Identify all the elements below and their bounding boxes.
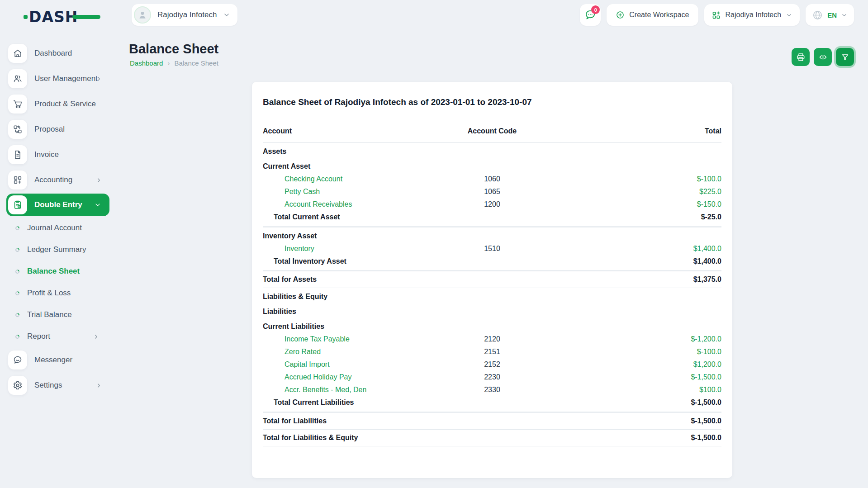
sidebar-item-accounting[interactable]: Accounting [0,167,114,193]
total-cell: $-1,500.0 [554,371,721,384]
account-link[interactable]: Checking Account [285,175,342,183]
section-divider [263,409,721,412]
sidebar-item-label: Invoice [34,150,59,159]
account-link[interactable]: Account Receivables [285,200,352,208]
messages-button[interactable]: 0 [580,4,601,26]
sidebar-subitem-label: Journal Account [27,223,82,232]
total-cell: $-25.0 [554,211,721,223]
sidebar-subitem-journal-account[interactable]: Journal Account [0,217,114,239]
account-code-cell: 1510 [430,242,554,255]
sidebar-subitem-report[interactable]: Report [0,326,114,347]
breadcrumb-dashboard-link[interactable]: Dashboard [130,59,163,67]
total-label-cell: Total Inventory Asset [263,255,430,268]
messenger-icon [8,351,27,370]
table-row: Total for Assets$1,375.0 [263,271,721,288]
account-link[interactable]: Zero Rated [285,348,321,355]
sidebar-item-dashboard[interactable]: Dashboard [0,41,114,66]
account-cell: Checking Account [263,173,430,185]
breadcrumb-separator: › [167,59,170,67]
chevron-down-icon [786,12,792,19]
total-cell [554,158,721,173]
account-code-cell: 2120 [430,333,554,346]
accounting-icon [8,171,27,190]
chevron-right-icon [93,333,100,340]
create-workspace-label: Create Workspace [629,11,689,19]
section-label-cell: Liabilities & Equity [263,288,430,303]
account-link[interactable]: Inventory [285,245,314,252]
table-row: Zero Rated2151$-100.0 [263,346,721,358]
table-row: Total Current Liabilities$-1,500.0 [263,396,721,409]
sidebar-subitem-ledger-summary[interactable]: Ledger Summary [0,239,114,261]
sidebar-item-label: Settings [34,381,62,390]
account-cell: Inventory [263,242,430,255]
balance-sheet-card: Balance Sheet of Rajodiya Infotech as of… [252,82,732,478]
account-link[interactable]: Accr. Benefits - Med, Den [285,386,366,393]
section-label-cell: Inventory Asset [263,227,430,242]
filter-funnel-icon [841,53,849,62]
bullet-icon [14,225,20,231]
account-code-cell [430,143,554,158]
filter-button[interactable] [836,48,854,66]
double-entry-icon [8,195,27,214]
messages-count-badge: 0 [591,5,600,14]
sidebar: Dashboard User Management Product & Serv… [0,32,114,488]
sidebar-item-settings[interactable]: Settings [0,373,114,398]
workspace-selector[interactable]: Rajodiya Infotech [132,4,237,26]
sidebar-bottom-menu: Messenger Settings [0,347,114,398]
table-row: Current Liabilities [263,318,721,333]
account-code-cell [430,271,554,288]
table-row: Checking Account1060$-100.0 [263,173,721,185]
report-title: Balance Sheet of Rajodiya Infotech as of… [263,97,721,107]
account-code-cell [430,288,554,303]
print-button[interactable] [792,48,810,66]
company-menu-label: Rajodiya Infotech [726,11,782,19]
sidebar-subitem-balance-sheet[interactable]: Balance Sheet [0,261,114,282]
account-code-cell [430,396,554,409]
sidebar-item-double-entry[interactable]: Double Entry [6,194,109,216]
app-logo[interactable]: DASH [29,8,88,25]
table-row: Petty Cash1065$225.0 [263,185,721,198]
toggle-columns-button[interactable] [814,48,832,66]
total-cell: $-100.0 [554,173,721,185]
language-selector[interactable]: EN [806,4,854,26]
divider-line [263,223,721,227]
table-row: Assets [263,143,721,158]
divider-line [263,409,721,412]
account-link[interactable]: Income Tax Payable [285,335,350,343]
table-row: Liabilities [263,303,721,318]
column-header-total: Total [554,125,721,143]
plus-circle-icon [616,10,625,19]
table-row: Accr. Benefits - Med, Den2330$100.0 [263,384,721,396]
sidebar-item-proposal[interactable]: Proposal [0,117,114,142]
create-workspace-button[interactable]: Create Workspace [607,4,698,26]
code-split-icon [818,52,828,62]
total-cell: $-1,500.0 [554,396,721,409]
section-label-cell: Current Asset [263,158,430,173]
account-code-cell: 1200 [430,198,554,211]
sidebar-subitem-label: Profit & Loss [27,289,71,298]
table-row: Capital Import2152$1,200.0 [263,358,721,371]
column-header-account: Account [263,125,430,143]
sidebar-double-entry-submenu: Journal Account Ledger Summary Balance S… [0,217,114,347]
total-cell: $100.0 [554,384,721,396]
sidebar-item-product-service[interactable]: Product & Service [0,91,114,117]
sidebar-subitem-label: Report [27,332,50,341]
globe-icon [812,9,823,21]
total-cell: $-150.0 [554,198,721,211]
sidebar-item-label: Double Entry [34,200,82,209]
account-link[interactable]: Capital Import [285,360,330,368]
company-menu-button[interactable]: Rajodiya Infotech [704,4,800,26]
sidebar-main-menu: Dashboard User Management Product & Serv… [0,41,114,216]
users-icon [8,69,27,88]
account-link[interactable]: Petty Cash [285,188,320,195]
bullet-icon [14,269,20,275]
table-row: Income Tax Payable2120$-1,200.0 [263,333,721,346]
sidebar-item-user-management[interactable]: User Management [0,66,114,91]
bullet-icon [14,312,20,318]
sidebar-item-messenger[interactable]: Messenger [0,347,114,373]
sidebar-subitem-profit-loss[interactable]: Profit & Loss [0,282,114,304]
table-row: Inventory1510$1,400.0 [263,242,721,255]
account-link[interactable]: Accrued Holiday Pay [285,373,352,381]
sidebar-item-invoice[interactable]: Invoice [0,142,114,167]
sidebar-subitem-trial-balance[interactable]: Trial Balance [0,304,114,326]
